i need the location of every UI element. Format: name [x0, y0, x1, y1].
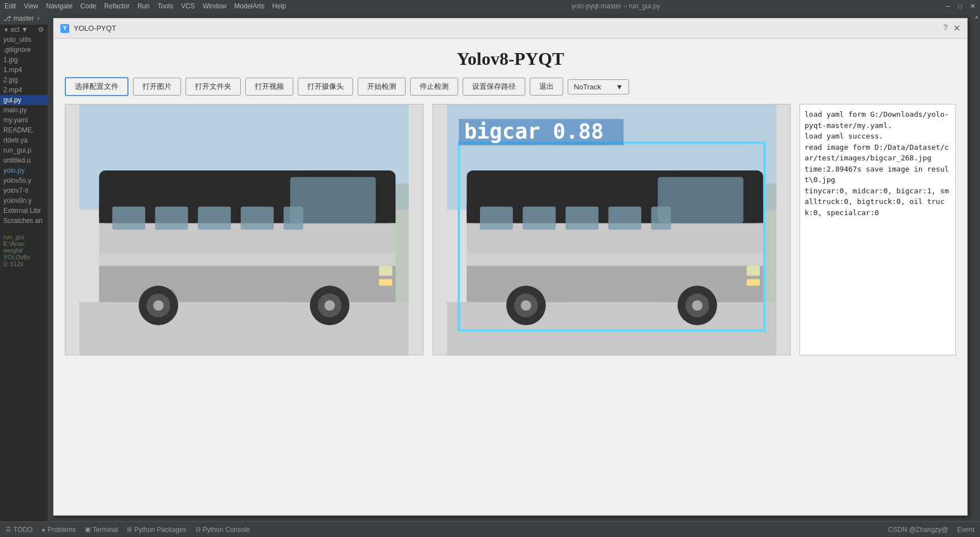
sidebar-item-yolov7ti[interactable]: yolov7-ti — [0, 186, 47, 196]
svg-rect-26 — [447, 302, 776, 355]
svg-rect-33 — [479, 207, 512, 230]
sidebar-item-extlib[interactable]: External Libr — [0, 206, 47, 216]
svg-rect-37 — [651, 207, 670, 230]
dialog-app-icon: Y — [60, 24, 69, 33]
svg-rect-49 — [746, 279, 760, 286]
sidebar-item-mainpy[interactable]: main.py — [0, 105, 47, 115]
menu-run[interactable]: Run — [137, 2, 150, 10]
sidebar-item-guipy[interactable]: gui.py — [0, 95, 47, 105]
sidebar-item-project[interactable]: ▼ ect ▼ ⚙ — [0, 25, 47, 35]
sidebar-item-scratches[interactable]: Scratches an — [0, 216, 47, 226]
ide-main: ⎇ master › ▼ ect ▼ ⚙ yolo_utils .gitigno… — [0, 12, 980, 521]
sidebar-run-py: run_gui — [3, 234, 44, 240]
sidebar-item-readme[interactable]: README. — [0, 125, 47, 135]
terminal-icon: ▣ — [85, 526, 91, 533]
window-close[interactable]: ✕ — [970, 2, 976, 10]
menu-modelarts[interactable]: ModelArts — [234, 2, 264, 10]
menu-edit[interactable]: Edit — [4, 2, 16, 10]
sidebar-weight: weight/ — [3, 247, 44, 254]
statusbar-event: Event — [957, 526, 974, 534]
ide-menubar: Edit View Navigate Code Refactor Run Too… — [0, 0, 980, 12]
select-config-btn[interactable]: 选择配置文件 — [65, 77, 129, 96]
sidebar-item-yolopy[interactable]: yolo.py — [0, 165, 47, 175]
sidebar-yolov8: YOLOv8n — [3, 254, 44, 260]
ide-title: yolo-pyqt-master – run_gui.py — [294, 2, 938, 10]
menu-code[interactable]: Code — [80, 2, 97, 10]
dialog-window: Y YOLO-PYQT ? ✕ Yolov8-PYQT 选择配置文件 打开图片 … — [53, 18, 968, 516]
window-minimize[interactable]: ─ — [945, 2, 950, 10]
track-dropdown[interactable]: NoTrack ▼ — [568, 79, 629, 94]
python-packages-icon: ⊞ — [127, 526, 132, 533]
stop-detect-btn[interactable]: 停止检测 — [410, 78, 458, 96]
menu-view[interactable]: View — [24, 2, 39, 10]
sidebar-item-yolo-utils[interactable]: yolo_utils — [0, 35, 47, 45]
statusbar-todo[interactable]: ☰ TODO — [6, 526, 32, 534]
project-gear-icon[interactable]: ⚙ — [38, 26, 44, 34]
sidebar-env: E:\Anac — [3, 240, 44, 247]
dialog-close-btn[interactable]: ✕ — [953, 23, 960, 34]
sidebar-run-info: run_gui E:\Anac weight/ YOLOv8n 0: 512x — [0, 231, 47, 269]
todo-label: TODO — [13, 526, 32, 534]
sidebar-item-myyaml[interactable]: my.yaml — [0, 115, 47, 125]
statusbar-python-console[interactable]: ⊟ Python Console — [196, 526, 250, 534]
dialog-title-text: YOLO-PYQT — [74, 24, 116, 32]
sidebar-item-rungui[interactable]: run_gui.p — [0, 145, 47, 155]
sidebar-item-yolov5s[interactable]: yolov5s.y — [0, 175, 47, 186]
svg-rect-10 — [198, 207, 231, 230]
ide-statusbar: ☰ TODO ● Problems ▣ Terminal ⊞ Python Pa… — [0, 521, 980, 537]
sidebar-item-rtdetr[interactable]: rtdetr.ya — [0, 135, 47, 145]
menu-navigate[interactable]: Navigate — [46, 2, 72, 10]
svg-rect-36 — [608, 207, 641, 230]
sidebar-item-gitignore[interactable]: .gitignore — [0, 45, 47, 55]
open-video-btn[interactable]: 打开视频 — [245, 78, 293, 96]
app-title: Yolov8-PYQT — [54, 39, 967, 77]
svg-rect-9 — [155, 207, 188, 230]
scroll-up-icon[interactable]: ▲ — [974, 13, 979, 20]
sidebar: ⎇ master › ▼ ect ▼ ⚙ yolo_utils .gitigno… — [0, 12, 47, 521]
menu-help[interactable]: Help — [272, 2, 286, 10]
project-label: ect ▼ — [11, 26, 28, 34]
svg-point-19 — [153, 300, 164, 311]
svg-rect-38 — [467, 253, 763, 266]
svg-point-44 — [521, 300, 531, 311]
problems-icon: ● — [41, 526, 45, 533]
statusbar-problems[interactable]: ● Problems — [41, 526, 75, 534]
dialog-icon-letter: Y — [63, 25, 67, 31]
open-folder-btn[interactable]: 打开文件夹 — [185, 78, 241, 96]
window-maximize[interactable]: □ — [958, 2, 962, 10]
right-scrollbar[interactable]: ▲ — [973, 12, 980, 521]
track-dropdown-arrow: ▼ — [616, 83, 623, 91]
sidebar-item-yolov8n[interactable]: yolov8n.y — [0, 196, 47, 206]
python-packages-label: Python Packages — [134, 526, 186, 534]
menu-refactor[interactable]: Refactor — [104, 2, 130, 10]
open-image-btn[interactable]: 打开图片 — [133, 78, 181, 96]
dialog-titlebar: Y YOLO-PYQT ? ✕ — [54, 18, 967, 39]
sidebar-header: ⎇ master › — [0, 12, 47, 25]
exit-btn[interactable]: 退出 — [530, 78, 563, 96]
project-icon: ▼ — [3, 27, 9, 33]
open-camera-btn[interactable]: 打开摄像头 — [298, 78, 353, 96]
set-save-path-btn[interactable]: 设置保存路径 — [463, 78, 525, 96]
dialog-help-btn[interactable]: ? — [943, 23, 948, 34]
menu-window[interactable]: Window — [203, 2, 227, 10]
statusbar-right: CSDN @Zhangzy@ Event — [888, 526, 974, 534]
python-console-icon: ⊟ — [196, 526, 201, 533]
start-detect-btn[interactable]: 开始检测 — [358, 78, 406, 96]
sidebar-item-2jpg[interactable]: 2.jpg — [0, 75, 47, 85]
statusbar-csdn: CSDN @Zhangzy@ — [888, 526, 949, 534]
sidebar-item-1mp4[interactable]: 1.mp4 — [0, 65, 47, 75]
menu-vcs[interactable]: VCS — [181, 2, 195, 10]
python-console-label: Python Console — [203, 526, 250, 534]
statusbar-python-packages[interactable]: ⊞ Python Packages — [127, 526, 186, 534]
sidebar-item-2mp4[interactable]: 2.mp4 — [0, 85, 47, 95]
sidebar-item-1jpg[interactable]: 1.jpg — [0, 55, 47, 65]
statusbar-terminal[interactable]: ▣ Terminal — [85, 526, 118, 534]
svg-rect-48 — [746, 266, 760, 276]
menu-tools[interactable]: Tools — [158, 2, 173, 10]
sidebar-size: 0: 512x — [3, 260, 44, 267]
detected-image-panel: 广 州 — [432, 104, 791, 355]
sidebar-item-untitled[interactable]: untitled.u — [0, 155, 47, 165]
main-content: Y YOLO-PYQT ? ✕ Yolov8-PYQT 选择配置文件 打开图片 … — [47, 12, 973, 521]
svg-rect-13 — [99, 253, 396, 266]
log-panel: load yaml form G:/Downloads/yolo-pyqt-ma… — [800, 104, 956, 355]
